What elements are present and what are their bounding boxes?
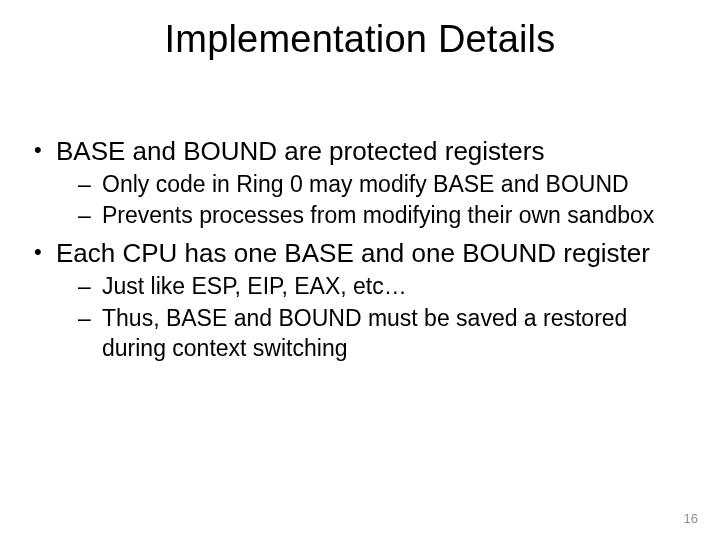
sub-bullet-item: Only code in Ring 0 may modify BASE and … <box>56 170 690 200</box>
bullet-item: BASE and BOUND are protected registers O… <box>30 135 690 231</box>
bullet-text: BASE and BOUND are protected registers <box>56 136 544 166</box>
sub-bullet-list: Just like ESP, EIP, EAX, etc… Thus, BASE… <box>56 272 690 364</box>
sub-bullet-item: Thus, BASE and BOUND must be saved a res… <box>56 304 690 364</box>
bullet-item: Each CPU has one BASE and one BOUND regi… <box>30 237 690 363</box>
slide: Implementation Details BASE and BOUND ar… <box>0 0 720 540</box>
sub-bullet-list: Only code in Ring 0 may modify BASE and … <box>56 170 690 232</box>
sub-bullet-item: Prevents processes from modifying their … <box>56 201 690 231</box>
slide-title: Implementation Details <box>0 18 720 61</box>
sub-bullet-item: Just like ESP, EIP, EAX, etc… <box>56 272 690 302</box>
bullet-text: Each CPU has one BASE and one BOUND regi… <box>56 238 650 268</box>
slide-body: BASE and BOUND are protected registers O… <box>30 135 690 369</box>
page-number: 16 <box>684 511 698 526</box>
bullet-list: BASE and BOUND are protected registers O… <box>30 135 690 363</box>
